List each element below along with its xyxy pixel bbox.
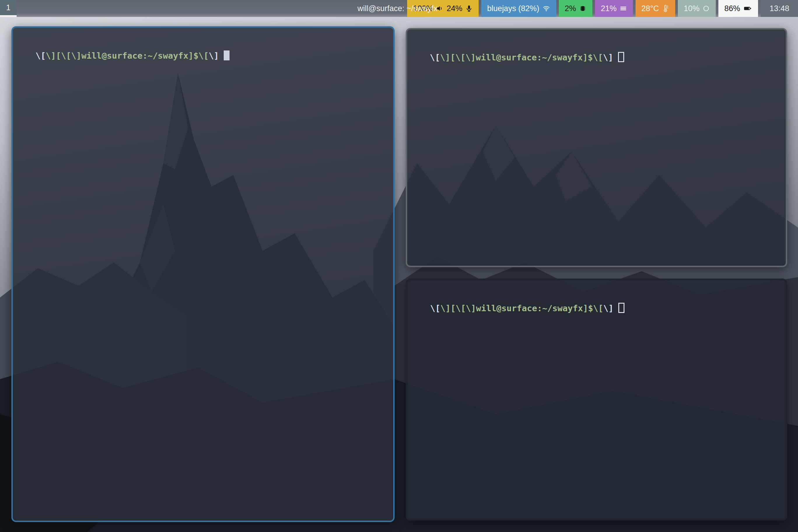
network-label: bluejays (82%) bbox=[487, 4, 539, 13]
battery-value: 86% bbox=[724, 4, 740, 13]
focused-window-title: will@surface: ~/swayfx bbox=[357, 0, 437, 17]
terminal-cursor-block bbox=[224, 51, 230, 60]
prompt-segment: \[ bbox=[430, 53, 440, 62]
sway-desktop: { "bar": { "workspace": "1", "title": "w… bbox=[0, 0, 798, 532]
prompt-segment: \[ bbox=[430, 303, 440, 313]
network-module[interactable]: bluejays (82%) bbox=[481, 0, 556, 17]
terminal-window-bottom-right[interactable]: \[\][\[\]will@surface:~/swayfx]$\[\] bbox=[406, 279, 787, 520]
prompt-segment: \][\[\]will@surface:~/swayfx]$\[ bbox=[46, 51, 209, 61]
clock-module[interactable]: 13:48 bbox=[761, 0, 798, 17]
battery-module[interactable]: 86% bbox=[718, 0, 758, 17]
prompt-segment: \[ bbox=[36, 51, 46, 61]
chip-icon bbox=[579, 5, 587, 12]
battery-icon bbox=[743, 5, 752, 12]
memory-value: 21% bbox=[601, 4, 616, 13]
cpu-module[interactable]: 2% bbox=[559, 0, 592, 17]
workspace-label: 1 bbox=[6, 3, 11, 12]
prompt-segment: \] bbox=[603, 303, 613, 313]
terminal-window-left[interactable]: \[\][\[\]will@surface:~/swayfx]$\[\] bbox=[12, 26, 395, 522]
microphone-icon bbox=[465, 5, 473, 12]
workspace-button-1[interactable]: 1 bbox=[0, 0, 17, 17]
shell-prompt: \[\][\[\]will@surface:~/swayfx]$\[\] bbox=[407, 280, 785, 326]
shell-prompt: \[\][\[\]will@surface:~/swayfx]$\[\] bbox=[407, 30, 786, 75]
prompt-segment: \][\[\]will@surface:~/swayfx]$\[ bbox=[440, 303, 604, 313]
shell-prompt: \[\][\[\]will@surface:~/swayfx]$\[\] bbox=[13, 28, 393, 73]
temperature-value: 28°C bbox=[641, 4, 659, 13]
wifi-icon bbox=[542, 5, 550, 12]
prompt-segment: \][\[\]will@surface:~/swayfx]$\[ bbox=[440, 53, 603, 62]
ram-lines-icon bbox=[620, 5, 627, 12]
mic-value: 24% bbox=[446, 4, 462, 13]
terminal-cursor-hollow bbox=[618, 52, 624, 62]
clock-value: 13:48 bbox=[770, 4, 789, 13]
thermometer-icon bbox=[662, 4, 669, 13]
cpu-value: 2% bbox=[565, 4, 576, 13]
prompt-segment: \] bbox=[209, 51, 219, 61]
prompt-segment: \] bbox=[603, 53, 613, 62]
terminal-cursor-hollow bbox=[618, 303, 625, 313]
terminal-window-top-right[interactable]: \[\][\[\]will@surface:~/swayfx]$\[\] bbox=[406, 28, 787, 267]
temperature-module[interactable]: 28°C bbox=[635, 0, 675, 17]
status-bar: 1 will@surface: ~/swayfx 100% 24% blueja… bbox=[0, 0, 798, 17]
memory-module[interactable]: 21% bbox=[595, 0, 633, 17]
brightness-value: 10% bbox=[684, 4, 699, 13]
circle-icon bbox=[702, 5, 710, 12]
brightness-module[interactable]: 10% bbox=[678, 0, 716, 17]
bar-modules: 100% 24% bluejays (82%) 2% bbox=[404, 0, 798, 17]
